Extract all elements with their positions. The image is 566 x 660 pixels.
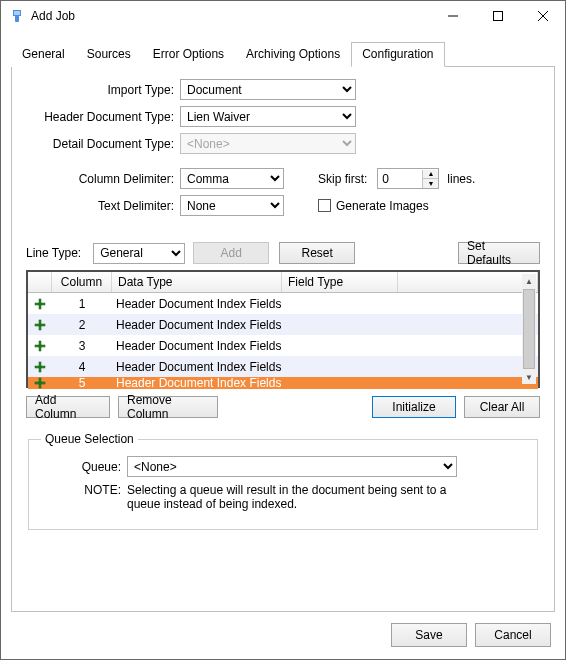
import-type-select[interactable]: Document — [180, 79, 356, 100]
header-doc-type-select[interactable]: Lien Waiver — [180, 106, 356, 127]
plus-icon[interactable] — [34, 319, 46, 331]
window-title: Add Job — [31, 9, 430, 23]
tab-general[interactable]: General — [11, 42, 76, 67]
cell-column: 5 — [52, 376, 112, 389]
detail-doc-type-select: <None> — [180, 133, 356, 154]
table-row[interactable]: 2Header Document Index Fields — [28, 314, 538, 335]
initialize-button[interactable]: Initialize — [372, 396, 456, 418]
queue-selection-group: Queue Selection Queue: <None> NOTE: Sele… — [28, 432, 538, 530]
app-icon — [9, 8, 25, 24]
note-label: NOTE: — [41, 483, 127, 497]
grid-header-column[interactable]: Column — [52, 272, 112, 292]
cell-column: 2 — [52, 318, 112, 332]
spin-up-icon[interactable]: ▲ — [423, 170, 438, 179]
header-doc-type-label: Header Document Type: — [26, 110, 180, 124]
tab-content-configuration: Import Type: Document Header Document Ty… — [11, 67, 555, 612]
spin-down-icon[interactable]: ▼ — [423, 179, 438, 188]
grid-scrollbar[interactable]: ▲ ▼ — [522, 274, 536, 384]
cell-column: 4 — [52, 360, 112, 374]
table-row[interactable]: 1Header Document Index Fields — [28, 293, 538, 314]
save-button[interactable]: Save — [391, 623, 467, 647]
close-button[interactable] — [520, 2, 565, 31]
skip-first-label: Skip first: — [318, 172, 367, 186]
note-text: Selecting a queue will result in the doc… — [127, 483, 447, 511]
svg-rect-2 — [14, 11, 20, 15]
svg-rect-12 — [35, 324, 45, 326]
svg-line-6 — [538, 11, 548, 21]
tab-sources[interactable]: Sources — [76, 42, 142, 67]
line-type-label: Line Type: — [26, 246, 81, 260]
plus-icon[interactable] — [34, 340, 46, 352]
tab-error-options[interactable]: Error Options — [142, 42, 235, 67]
svg-rect-16 — [35, 345, 45, 347]
cell-data-type: Header Document Index Fields — [112, 339, 282, 353]
cancel-button[interactable]: Cancel — [475, 623, 551, 647]
svg-rect-4 — [493, 12, 502, 21]
grid-header-data-type[interactable]: Data Type — [112, 272, 282, 292]
queue-label: Queue: — [41, 460, 127, 474]
svg-rect-24 — [35, 382, 45, 384]
reset-button[interactable]: Reset — [279, 242, 355, 264]
add-button: Add — [193, 242, 269, 264]
import-type-label: Import Type: — [26, 83, 180, 97]
columns-grid: Column Data Type Field Type 1Header Docu… — [26, 270, 540, 388]
line-type-select[interactable]: General — [93, 243, 185, 264]
scroll-thumb[interactable] — [523, 289, 535, 369]
cell-data-type: Header Document Index Fields — [112, 376, 282, 389]
skip-first-input[interactable] — [378, 169, 422, 188]
cell-data-type: Header Document Index Fields — [112, 360, 282, 374]
svg-rect-8 — [35, 303, 45, 305]
svg-line-5 — [538, 11, 548, 21]
tabstrip: General Sources Error Options Archiving … — [11, 41, 555, 67]
tab-configuration[interactable]: Configuration — [351, 42, 444, 67]
column-delim-select[interactable]: Comma — [180, 168, 284, 189]
table-row[interactable]: 3Header Document Index Fields — [28, 335, 538, 356]
queue-select[interactable]: <None> — [127, 456, 457, 477]
tab-archiving-options[interactable]: Archiving Options — [235, 42, 351, 67]
generate-images-label: Generate Images — [336, 199, 429, 213]
maximize-button[interactable] — [475, 2, 520, 31]
detail-doc-type-label: Detail Document Type: — [26, 137, 180, 151]
text-delim-label: Text Delimiter: — [26, 199, 180, 213]
svg-rect-20 — [35, 366, 45, 368]
svg-rect-1 — [15, 15, 19, 22]
grid-header-field-type[interactable]: Field Type — [282, 272, 398, 292]
cell-data-type: Header Document Index Fields — [112, 297, 282, 311]
clear-all-button[interactable]: Clear All — [464, 396, 540, 418]
titlebar: Add Job — [1, 1, 565, 31]
set-defaults-button[interactable]: Set Defaults — [458, 242, 540, 264]
table-row[interactable]: 4Header Document Index Fields — [28, 356, 538, 377]
checkbox-icon — [318, 199, 331, 212]
generate-images-checkbox[interactable]: Generate Images — [318, 199, 429, 213]
queue-selection-legend: Queue Selection — [41, 432, 138, 446]
minimize-button[interactable] — [430, 2, 475, 31]
column-delim-label: Column Delimiter: — [26, 172, 180, 186]
add-column-button[interactable]: Add Column — [26, 396, 110, 418]
text-delim-select[interactable]: None — [180, 195, 284, 216]
plus-icon[interactable] — [34, 361, 46, 373]
plus-icon[interactable] — [34, 377, 46, 389]
skip-first-stepper[interactable]: ▲ ▼ — [377, 168, 439, 189]
scroll-up-icon[interactable]: ▲ — [522, 274, 536, 288]
grid-header: Column Data Type Field Type — [28, 272, 538, 293]
cell-column: 1 — [52, 297, 112, 311]
lines-label: lines. — [447, 172, 475, 186]
scroll-down-icon[interactable]: ▼ — [522, 370, 536, 384]
cell-column: 3 — [52, 339, 112, 353]
remove-column-button[interactable]: Remove Column — [118, 396, 218, 418]
plus-icon[interactable] — [34, 298, 46, 310]
table-row[interactable]: 5Header Document Index Fields — [28, 377, 538, 389]
cell-data-type: Header Document Index Fields — [112, 318, 282, 332]
